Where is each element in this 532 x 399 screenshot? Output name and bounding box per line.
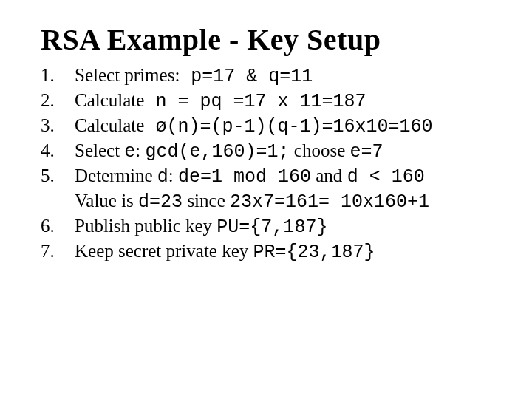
step-7-pr: PR={23,187} — [253, 242, 375, 263]
step-4-lead: Select — [75, 140, 124, 160]
slide-title: RSA Example - Key Setup — [41, 24, 502, 56]
step-1-expr: p=17 & q=11 — [180, 66, 313, 87]
step-4-var-e: e — [124, 141, 135, 163]
step-5-dlt: d < 160 — [347, 166, 425, 188]
step-5-value: Value is — [75, 191, 138, 211]
step-5-colon: : — [168, 166, 178, 185]
step-4: Select e: gcd(e,160)=1; choose e=7 — [41, 139, 502, 164]
step-5-lead: Determine — [75, 166, 157, 185]
step-1-lead: Select primes: — [75, 65, 180, 85]
step-2: Calculate n = pq =17 x 11=187 — [41, 89, 502, 114]
step-5-var-d: d — [157, 166, 168, 188]
step-6-pu: PU={7,187} — [216, 216, 327, 238]
step-4-gcd: gcd(e,160)=1; — [146, 141, 290, 163]
step-5-prod: 23x7=161= 10x160+1 — [230, 191, 429, 213]
step-1: Select primes: p=17 & q=11 — [41, 64, 502, 89]
step-2-lead: Calculate — [75, 90, 144, 110]
step-5-and: and — [311, 166, 347, 185]
step-3-lead: Calculate — [75, 115, 144, 135]
step-3-expr: ø(n)=(p-1)(q-1)=16x10=160 — [144, 116, 432, 137]
step-5-d23: d=23 — [138, 191, 183, 213]
step-4-choose: choose — [290, 140, 350, 160]
step-2-expr: n = pq =17 x 11=187 — [144, 91, 366, 112]
step-5-since: since — [183, 191, 230, 211]
step-5-de: de=1 mod 160 — [178, 166, 311, 188]
step-6: Publish public key PU={7,187} — [41, 214, 502, 239]
step-7: Keep secret private key PR={23,187} — [41, 239, 502, 265]
step-4-e7: e=7 — [350, 141, 383, 163]
step-6-lead: Publish public key — [75, 216, 216, 236]
step-5: Determine d: de=1 mod 160 and d < 160 Va… — [41, 164, 502, 214]
step-4-colon: : — [135, 140, 145, 160]
step-3: Calculate ø(n)=(p-1)(q-1)=16x10=160 — [41, 114, 502, 139]
steps-list: Select primes: p=17 & q=11 Calculate n =… — [41, 64, 502, 265]
slide: RSA Example - Key Setup Select primes: p… — [0, 0, 532, 399]
step-7-lead: Keep secret private key — [75, 241, 253, 261]
